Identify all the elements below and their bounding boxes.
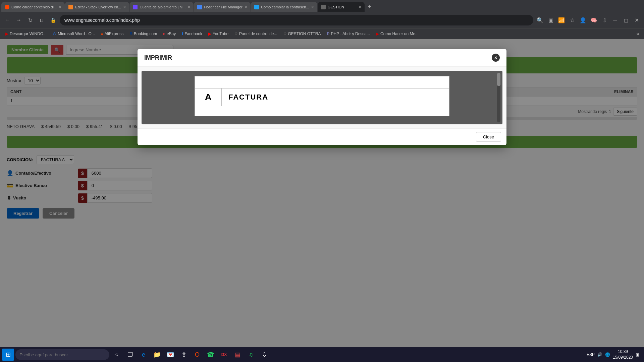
tab-2-favicon — [68, 5, 73, 9]
yt-icon: ▶ — [208, 32, 211, 36]
minimize-icon[interactable]: ─ — [610, 15, 620, 25]
preview-scrollbar-thumb — [497, 73, 500, 86]
tab-1[interactable]: Cómo cargar contenido di... × — [1, 2, 65, 12]
bookmark-como-label: Como Hacer un Me... — [380, 32, 419, 36]
taskbar-spotify[interactable]: ♫ — [245, 349, 257, 361]
tab-grid-button[interactable]: ⊔ — [37, 15, 46, 25]
taskbar-download[interactable]: ⇩ — [258, 349, 270, 361]
modal-close-button[interactable]: Close — [476, 132, 501, 142]
taskbar-explorer[interactable]: 📁 — [151, 349, 163, 361]
tab-5-title: Como cambiar la contraseñ... — [261, 5, 309, 9]
tab-2-close[interactable]: × — [123, 5, 126, 9]
taskbar-heidisql[interactable]: ▤ — [231, 349, 244, 361]
taskbar-mail[interactable]: 💌 — [164, 349, 176, 361]
tab-3-title: Cuenta de alojamiento | hi... — [140, 5, 185, 9]
new-tab-button[interactable]: + — [365, 2, 374, 11]
tab-2[interactable]: Editar - Stack Overflow en... × — [65, 2, 129, 12]
tab-6-title: GESTION — [328, 5, 357, 9]
download-icon[interactable]: ⇩ — [600, 15, 609, 25]
taskbar-whatsapp[interactable]: ☎ — [205, 349, 217, 361]
tab-4-favicon — [197, 5, 202, 9]
bookmark-ebay[interactable]: e eBay — [160, 31, 178, 37]
doc-header-row — [195, 76, 449, 88]
tab-4-title: Hostinger File Manager — [204, 5, 242, 9]
restore-icon[interactable]: ◻ — [621, 15, 631, 25]
bookmark-descargar-label: Descargar WINDO... — [10, 32, 47, 36]
como-icon: ▶ — [376, 32, 379, 36]
tab-3[interactable]: Cuenta de alojamiento | hi... × — [129, 2, 194, 12]
start-button[interactable]: ⊞ — [2, 349, 14, 361]
bookmark-descargar[interactable]: ▶ Descargar WINDO... — [3, 31, 49, 37]
bookmarks-bar: ▶ Descargar WINDO... W Microsoft Word - … — [0, 28, 644, 39]
bookmark-star-icon[interactable]: ☆ — [568, 15, 577, 25]
taskbar-search-input[interactable] — [15, 349, 109, 360]
tab-5[interactable]: Como cambiar la contraseñ... × — [251, 2, 317, 12]
url-input[interactable] — [60, 15, 533, 25]
taskbar-notification[interactable]: ▣ — [636, 352, 639, 357]
bookmark-gestion[interactable]: ⚙ GESTION OTTRA — [281, 31, 324, 37]
extensions-icon[interactable]: 🧠 — [589, 15, 598, 25]
bookmark-php[interactable]: P PHP - Abrir y Desca... — [324, 31, 373, 37]
bookmarks-more[interactable]: » — [634, 30, 641, 38]
youtube-bm-icon: ▶ — [5, 32, 8, 36]
tab-1-favicon — [5, 5, 9, 9]
taskbar-network: 🌐 — [605, 352, 610, 357]
back-button[interactable]: ← — [3, 15, 12, 25]
preview-scrollbar[interactable] — [497, 73, 500, 122]
taskbar-date-display: 15/09/2020 — [613, 355, 633, 360]
bookmark-youtube[interactable]: ▶ YouTube — [206, 31, 231, 37]
taskbar-search-button[interactable]: ○ — [111, 349, 123, 361]
tab-2-title: Editar - Stack Overflow en... — [75, 5, 121, 9]
modal-body: A FACTURA — [138, 67, 506, 128]
bookmark-panel-label: Panel de control de... — [239, 32, 277, 36]
search-icon[interactable]: 🔍 — [535, 15, 545, 25]
taskbar-dx[interactable]: DX — [218, 349, 230, 361]
bookmark-aliexpress[interactable]: ● AliExpress — [98, 31, 126, 37]
gestion-icon: ⚙ — [283, 32, 287, 36]
lock-icon: 🔒 — [48, 15, 58, 25]
bookmark-booking[interactable]: B Booking.com — [127, 31, 160, 37]
doc-content-row: A FACTURA — [195, 88, 449, 106]
profile-icon[interactable]: 👤 — [578, 15, 588, 25]
modal-header: IMPRIMIR × — [138, 49, 506, 67]
tab-5-close[interactable]: × — [311, 5, 314, 9]
tab-4-close[interactable]: × — [245, 5, 247, 9]
taskbar-opera[interactable]: O — [191, 349, 203, 361]
tab-6[interactable]: GESTION × — [318, 2, 365, 12]
tab-1-close[interactable]: × — [59, 5, 61, 9]
close-icon[interactable]: ✕ — [632, 15, 641, 25]
modal-close-x-button[interactable]: × — [492, 54, 500, 62]
taskbar-edge[interactable]: e — [138, 349, 150, 361]
taskbar-datetime: 10:39 15/09/2020 — [613, 349, 633, 360]
modal-dialog: IMPRIMIR × — [138, 49, 506, 145]
tab-3-favicon — [133, 5, 138, 9]
bookmark-youtube-label: YouTube — [213, 32, 228, 36]
taskbar: ⊞ ○ ❐ e 📁 💌 ⇪ O ☎ DX ▤ ♫ ⇩ ESP 🔊 🌐 10:39… — [0, 347, 644, 362]
screenshot-icon[interactable]: ▣ — [546, 15, 555, 25]
bookmark-facebook[interactable]: f Facebook — [179, 31, 205, 37]
tab-6-close[interactable]: × — [359, 5, 361, 9]
tab-bar: Cómo cargar contenido di... × Editar - S… — [0, 0, 644, 12]
tab-4[interactable]: Hostinger File Manager × — [194, 2, 251, 12]
taskbar-volume: 🔊 — [597, 352, 602, 357]
bookmark-word[interactable]: W Microsoft Word - O... — [50, 31, 98, 37]
ali-icon: ● — [101, 32, 103, 36]
doc-letter: A — [195, 88, 222, 106]
bookmark-como[interactable]: ▶ Como Hacer un Me... — [373, 31, 421, 37]
modal-overlay[interactable]: IMPRIMIR × — [0, 39, 644, 347]
reload-button[interactable]: ↻ — [25, 15, 35, 25]
php-icon: P — [327, 32, 330, 36]
bookmark-ebay-label: eBay — [167, 32, 176, 36]
print-preview: A FACTURA — [142, 71, 502, 124]
taskbar-task-view[interactable]: ❐ — [124, 349, 136, 361]
tab-3-close[interactable]: × — [187, 5, 190, 9]
taskbar-time-display: 10:39 — [613, 349, 633, 355]
taskbar-updates[interactable]: ⇪ — [178, 349, 190, 361]
bookmark-panel[interactable]: ⚙ Panel de control de... — [232, 31, 280, 37]
page-content: Nombre Cliente 🔍 Mostrar 10 25 50 C — [0, 39, 644, 347]
cast-icon[interactable]: 📶 — [557, 15, 566, 25]
browser-window: Cómo cargar contenido di... × Editar - S… — [0, 0, 644, 347]
forward-button[interactable]: → — [14, 15, 23, 25]
fb-icon: f — [182, 32, 183, 36]
tab-1-title: Cómo cargar contenido di... — [11, 5, 57, 9]
